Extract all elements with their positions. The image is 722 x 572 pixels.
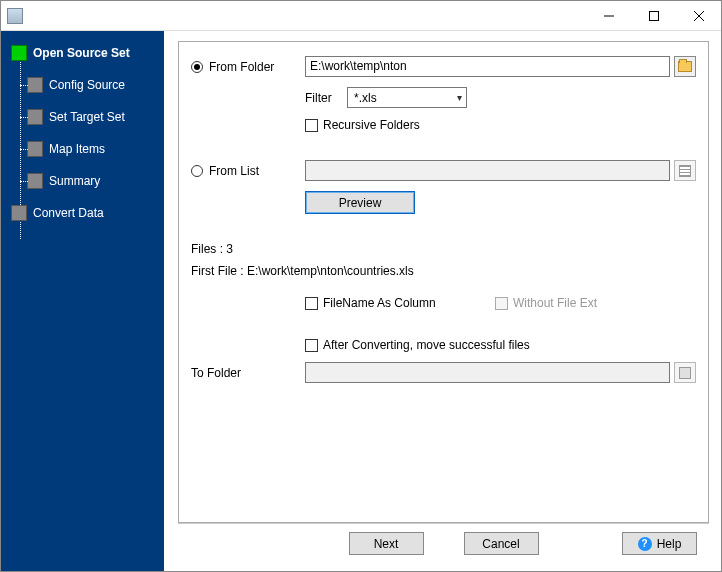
from-list-input[interactable]: [305, 160, 670, 181]
step-icon: [27, 77, 43, 93]
files-count: Files : 3: [191, 242, 696, 256]
sidebar-item-open-source-set[interactable]: Open Source Set: [1, 41, 164, 65]
step-icon: [11, 205, 27, 221]
from-folder-input[interactable]: E:\work\temp\nton: [305, 56, 670, 77]
browse-to-folder-button[interactable]: [674, 362, 696, 383]
folder-icon: [678, 61, 692, 72]
main-panel: From Folder E:\work\temp\nton Filter *.x…: [164, 31, 721, 571]
step-icon: [27, 141, 43, 157]
filter-combo[interactable]: *.xls ▾: [347, 87, 467, 108]
step-icon: [27, 173, 43, 189]
footer: Next Cancel ? Help: [178, 523, 709, 563]
from-list-radio[interactable]: [191, 165, 203, 177]
sidebar-item-set-target-set[interactable]: Set Target Set: [1, 105, 164, 129]
sidebar-item-convert-data[interactable]: Convert Data: [1, 201, 164, 225]
from-folder-label: From Folder: [209, 60, 274, 74]
sidebar-item-summary[interactable]: Summary: [1, 169, 164, 193]
recursive-checkbox[interactable]: [305, 119, 318, 132]
sidebar-item-label: Summary: [49, 174, 100, 188]
titlebar: [1, 1, 721, 31]
window-controls: [586, 1, 721, 30]
from-folder-radio[interactable]: [191, 61, 203, 73]
sidebar-item-config-source[interactable]: Config Source: [1, 73, 164, 97]
next-button[interactable]: Next: [349, 532, 424, 555]
svg-rect-1: [649, 11, 658, 20]
step-icon: [11, 45, 27, 61]
filename-as-column-label: FileName As Column: [323, 296, 436, 310]
to-folder-label: To Folder: [191, 366, 241, 380]
folder-icon: [679, 367, 691, 379]
content-panel: From Folder E:\work\temp\nton Filter *.x…: [178, 41, 709, 523]
help-button[interactable]: ? Help: [622, 532, 697, 555]
minimize-button[interactable]: [586, 1, 631, 30]
list-icon: [679, 165, 691, 177]
sidebar-item-label: Config Source: [49, 78, 125, 92]
filter-label: Filter: [305, 91, 347, 105]
help-icon: ?: [638, 537, 652, 551]
close-button[interactable]: [676, 1, 721, 30]
filename-as-column-checkbox[interactable]: [305, 297, 318, 310]
recursive-label: Recursive Folders: [323, 118, 420, 132]
after-convert-label: After Converting, move successful files: [323, 338, 530, 352]
wizard-sidebar: Open Source Set Config Source Set Target…: [1, 31, 164, 571]
sidebar-item-map-items[interactable]: Map Items: [1, 137, 164, 161]
wizard-dialog: Open Source Set Config Source Set Target…: [0, 0, 722, 572]
app-icon: [7, 8, 23, 24]
filter-value: *.xls: [354, 91, 377, 105]
without-ext-label: Without File Ext: [513, 296, 597, 310]
browse-folder-button[interactable]: [674, 56, 696, 77]
chevron-down-icon: ▾: [457, 92, 462, 103]
sidebar-item-label: Map Items: [49, 142, 105, 156]
to-folder-input[interactable]: [305, 362, 670, 383]
without-ext-checkbox: [495, 297, 508, 310]
sidebar-item-label: Convert Data: [33, 206, 104, 220]
from-list-label: From List: [209, 164, 259, 178]
step-icon: [27, 109, 43, 125]
browse-list-button[interactable]: [674, 160, 696, 181]
cancel-button[interactable]: Cancel: [464, 532, 539, 555]
sidebar-item-label: Set Target Set: [49, 110, 125, 124]
maximize-button[interactable]: [631, 1, 676, 30]
after-convert-checkbox[interactable]: [305, 339, 318, 352]
first-file: First File : E:\work\temp\nton\countries…: [191, 264, 696, 278]
sidebar-item-label: Open Source Set: [33, 46, 130, 60]
preview-button[interactable]: Preview: [305, 191, 415, 214]
